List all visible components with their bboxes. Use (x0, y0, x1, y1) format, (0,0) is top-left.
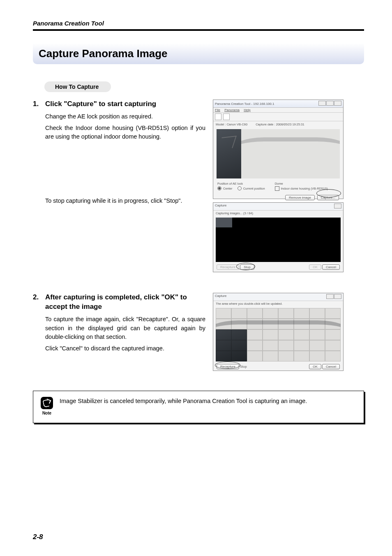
ae-lock-group-label: Position of AE lock (217, 182, 265, 185)
cancel-button[interactable]: Cancel (322, 264, 340, 270)
running-header: Panorama Creation Tool (33, 20, 364, 27)
note-box: Note Image Stabilizer is canceled tempor… (33, 391, 364, 423)
checkbox-dome-label: Indoor dome housing (VB-RD51S) (281, 187, 328, 190)
radio-center[interactable] (217, 186, 221, 190)
step-text: Change the AE lock position as required. (45, 112, 205, 121)
cancel-button[interactable]: Cancel (322, 364, 340, 369)
step-text: Click "Cancel" to discard the captured i… (45, 344, 205, 353)
recapture-button[interactable]: Recapture (217, 364, 239, 369)
dialog-title: Capture (215, 294, 226, 300)
toolbar (213, 113, 343, 121)
dome-group-label: Dome (275, 182, 328, 185)
capture-date-value: 2008/05/23 19:25:31 (276, 123, 304, 126)
step-heading: After capturing is completed, click "OK"… (45, 293, 205, 312)
screenshot-capture-complete: Capture The area where you double-click … (213, 293, 344, 371)
stop-button[interactable]: Stop (240, 264, 254, 270)
window-controls[interactable] (326, 294, 341, 300)
close-icon[interactable] (334, 204, 341, 209)
capture-result-preview[interactable] (216, 308, 341, 361)
screenshot-main-window: Panorama Creation Tool - 192.168.100.1 F… (213, 100, 344, 199)
note-icon (41, 397, 53, 409)
stop-button: Stop (240, 365, 247, 368)
toolbar-icon[interactable] (223, 114, 230, 120)
note-text: Image Stabilizer is canceled temporarily… (60, 397, 307, 406)
step-2: 2. After capturing is completed, click "… (33, 293, 364, 371)
menu-file[interactable]: File (215, 108, 220, 112)
step-text: To capture the image again, click "Recap… (45, 315, 205, 342)
capture-preview (216, 218, 341, 262)
window-title: Panorama Creation Tool - 192.168.100.1 (215, 102, 274, 106)
header-rule (33, 29, 364, 31)
toolbar-icon[interactable] (215, 114, 221, 120)
progress-text: Capturing images... (3 / 84) (213, 211, 343, 216)
step-1: 1. Click "Capture" to start capturing Ch… (33, 100, 364, 272)
step-number: 1. (33, 100, 41, 108)
ok-button[interactable]: OK (309, 364, 321, 369)
radio-center-label: Center (223, 187, 233, 190)
dialog-message: The area where you double-click will be … (213, 301, 343, 306)
screenshot-capture-progress: Capture Capturing images... (3 / 84) Rec… (213, 202, 344, 272)
ok-button: OK (309, 264, 321, 270)
note-label: Note (42, 410, 51, 416)
window-controls[interactable] (318, 101, 341, 107)
radio-current[interactable] (238, 186, 242, 190)
capture-date-label: Capture date : (256, 123, 275, 126)
section-subhead: How To Capture (44, 81, 111, 92)
radio-current-label: Current position (243, 187, 265, 190)
step-heading: Click "Capture" to start capturing (45, 100, 156, 109)
menu-panorama[interactable]: Panorama (224, 108, 240, 112)
checkbox-dome[interactable] (275, 186, 279, 191)
recapture-button: Recapture (217, 264, 239, 270)
dialog-title: Capture (215, 204, 226, 209)
model-value: Canon VB-C60 (227, 123, 247, 126)
step-number: 2. (33, 293, 41, 301)
menu-help[interactable]: Help (244, 108, 250, 112)
panorama-preview (217, 129, 340, 178)
step-text: To stop capturing while it is in progres… (45, 197, 205, 206)
step-text: Check the Indoor dome housing (VB-RD51S)… (45, 124, 205, 142)
model-label: Model : (216, 123, 226, 126)
menu-bar[interactable]: File Panorama Help (213, 108, 343, 113)
chapter-title: Capture Panorama Image (39, 47, 358, 60)
chapter-bar: Capture Panorama Image (33, 43, 364, 64)
remove-image-button[interactable]: Remove image (285, 195, 315, 200)
page-number: 2-8 (33, 533, 43, 541)
capture-button[interactable]: Capture... (317, 195, 339, 200)
